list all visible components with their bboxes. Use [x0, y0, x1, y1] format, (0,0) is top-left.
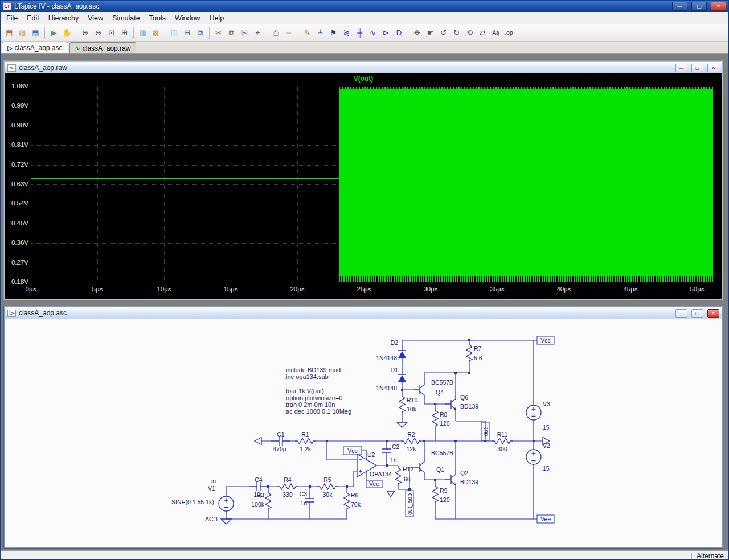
- diode-icon[interactable]: ⊳: [379, 27, 392, 39]
- menu-item-window[interactable]: Window: [170, 13, 204, 23]
- label-D1-ref[interactable]: D1: [391, 367, 399, 373]
- capacitor-C4-symbol[interactable]: [249, 482, 268, 491]
- waveform-window[interactable]: ∿ classA_aop.raw — ▢ ✕ V(out) 1.08V0.99V…: [4, 61, 723, 300]
- menu-item-help[interactable]: Help: [204, 13, 228, 23]
- tab-classA_aop.raw[interactable]: ∿classA_aop.raw: [69, 42, 137, 53]
- label-V1-ref[interactable]: V1: [208, 485, 215, 492]
- resistor-R7-symbol[interactable]: [466, 343, 472, 363]
- directive-include-opa134[interactable]: .inc opa134.sub: [284, 373, 329, 380]
- copy-icon[interactable]: ⧉: [225, 27, 238, 39]
- resistor-R6-symbol[interactable]: [344, 491, 350, 511]
- resistor-R1-symbol[interactable]: [295, 438, 316, 444]
- menu-item-view[interactable]: View: [83, 13, 108, 23]
- waveform-minimize-button[interactable]: —: [675, 64, 687, 72]
- move-icon[interactable]: ✥: [411, 27, 424, 39]
- label-R7-value[interactable]: 5.6: [474, 355, 482, 361]
- label-Q2-ref[interactable]: Q2: [460, 470, 468, 476]
- redo-icon[interactable]: ↻: [450, 27, 463, 39]
- menu-item-file[interactable]: File: [2, 13, 22, 23]
- directive-ac-comment[interactable]: ;ac dec 1000 0.1 10Meg: [284, 408, 351, 415]
- label-V1-ac[interactable]: AC 1: [205, 516, 219, 522]
- capacitor-icon[interactable]: ╫: [353, 27, 366, 39]
- inductor-icon[interactable]: ∿: [366, 27, 379, 39]
- label-R2-ref[interactable]: R2: [407, 431, 415, 438]
- main-close-button[interactable]: ✕: [711, 2, 726, 11]
- diode-D2-symbol[interactable]: [398, 345, 406, 363]
- zoom-fit-icon[interactable]: ⊞: [118, 27, 131, 39]
- resistor-R10-symbol[interactable]: [399, 394, 405, 414]
- label-Q4-ref[interactable]: Q4: [436, 389, 444, 396]
- autorange-icon[interactable]: ▥: [136, 27, 149, 39]
- resistor-R5-symbol[interactable]: [317, 484, 338, 489]
- resistor-R11-symbol[interactable]: [492, 438, 513, 444]
- net-label-vcc-opamp[interactable]: Vcc: [347, 447, 358, 454]
- label-R9-value[interactable]: 120: [440, 496, 450, 503]
- tile-horizontal-icon[interactable]: ◫: [167, 27, 181, 39]
- menu-item-edit[interactable]: Edit: [22, 13, 44, 23]
- transistor-Q2-symbol[interactable]: [445, 471, 456, 489]
- resistor-R12-symbol[interactable]: [395, 466, 401, 486]
- main-maximize-button[interactable]: ▢: [691, 2, 707, 11]
- label-D1-value[interactable]: 1N4148: [376, 385, 397, 392]
- resistor-R3-symbol[interactable]: [265, 491, 271, 511]
- ground-icon[interactable]: ⏚: [314, 27, 327, 39]
- schematic-maximize-button[interactable]: ▢: [691, 309, 703, 318]
- zoom-full-icon[interactable]: ⊡: [105, 27, 118, 39]
- label-R8-ref[interactable]: R8: [440, 411, 448, 418]
- tab-classA_aop.asc[interactable]: ▷classA_aop.asc: [2, 42, 68, 53]
- net-label-vee-bottom[interactable]: Vee: [540, 516, 551, 522]
- plot-settings-icon[interactable]: ▩: [149, 27, 162, 39]
- tile-vertical-icon[interactable]: ⊟: [181, 27, 194, 39]
- label-Q4-value[interactable]: BC557B: [431, 379, 453, 386]
- net-label-out-aop[interactable]: out_aop: [406, 493, 413, 515]
- label-V3-ref[interactable]: V3: [543, 401, 550, 407]
- zoom-out-icon[interactable]: ⊖: [92, 27, 105, 39]
- rotate-icon[interactable]: ⟲: [463, 27, 476, 39]
- label-U2-ref[interactable]: U2: [367, 451, 375, 458]
- wire-icon[interactable]: ✎: [301, 27, 314, 39]
- label-R6-value[interactable]: 70k: [351, 501, 361, 508]
- zoom-in-icon[interactable]: ⊕: [79, 27, 92, 39]
- cut-icon[interactable]: ✂: [212, 27, 225, 39]
- label-C4-ref[interactable]: C4: [255, 476, 263, 483]
- label-D2-value[interactable]: 1N4148: [376, 355, 397, 361]
- ground-symbol[interactable]: [221, 519, 231, 524]
- port-arrow-down[interactable]: [387, 491, 395, 497]
- label-R4-value[interactable]: 330: [282, 491, 293, 498]
- main-titlebar[interactable]: LT LTspice IV - classA_aop.asc — ▢ ✕: [1, 1, 728, 12]
- label-C3-value[interactable]: 1n: [300, 500, 307, 507]
- label-V2-ref[interactable]: V2: [543, 442, 550, 449]
- print-icon[interactable]: ⎙: [269, 27, 282, 39]
- menu-item-tools[interactable]: Tools: [145, 13, 170, 23]
- find-icon[interactable]: ⌖: [251, 27, 264, 39]
- label-R11-ref[interactable]: R11: [497, 431, 508, 438]
- label-C2-value[interactable]: 1n: [390, 456, 397, 463]
- port-arrow-left[interactable]: [255, 438, 261, 445]
- label-R12-value[interactable]: 66: [404, 476, 411, 483]
- waveform-maximize-button[interactable]: ▢: [691, 64, 703, 72]
- cascade-windows-icon[interactable]: ⧉: [194, 27, 207, 39]
- directive-tran[interactable]: .tran 0 2m 0m 10n: [284, 401, 335, 408]
- drag-icon[interactable]: ☛: [424, 27, 437, 39]
- waveform-plot-area[interactable]: V(out) 1.08V0.99V0.90V0.81V0.72V0.63V0.5…: [5, 73, 722, 299]
- label-R8-value[interactable]: 120: [440, 420, 450, 427]
- spice-directive-icon[interactable]: .op: [502, 27, 515, 39]
- new-schematic-icon[interactable]: ▤: [3, 27, 16, 39]
- label-R6-ref[interactable]: R6: [351, 492, 359, 499]
- waveform-trace-title[interactable]: V(out): [5, 75, 722, 83]
- label-R3-value[interactable]: 100k: [251, 501, 265, 508]
- label-V1-value[interactable]: SINE(0 1.55 1k): [171, 499, 214, 505]
- transistor-Q1-symbol[interactable]: [414, 458, 424, 476]
- schematic-close-button[interactable]: ✕: [707, 309, 719, 318]
- voltage-source-V3-symbol[interactable]: [526, 401, 541, 425]
- label-R5-ref[interactable]: R5: [323, 476, 331, 483]
- label-C3-ref[interactable]: C3: [300, 491, 308, 497]
- label-R5-value[interactable]: 30k: [323, 491, 333, 498]
- schematic-window[interactable]: ▷ classA_aop.asc — ▢ ✕: [4, 306, 723, 548]
- net-label-out[interactable]: out: [482, 428, 489, 437]
- label-Q1-ref[interactable]: Q1: [436, 466, 444, 473]
- paste-icon[interactable]: ⎘: [238, 27, 251, 39]
- label-Q6-ref[interactable]: Q6: [460, 394, 468, 401]
- label-R4-ref[interactable]: R4: [284, 476, 292, 483]
- label-C1-value[interactable]: 470µ: [273, 446, 286, 452]
